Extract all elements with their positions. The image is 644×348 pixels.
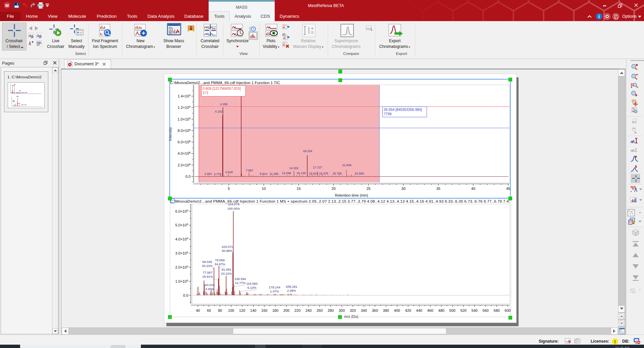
svg-text:103.071: 103.071	[221, 245, 233, 249]
svg-text:6.0×109: 6.0×109	[175, 209, 189, 213]
svg-text:2.0×108: 2.0×108	[178, 163, 191, 167]
svg-text:160: 160	[261, 308, 267, 312]
svg-text:80: 80	[218, 308, 222, 312]
svg-text:2.39%: 2.39%	[287, 289, 296, 292]
svg-text:5.0×109: 5.0×109	[175, 223, 189, 227]
svg-text:171: 171	[203, 91, 209, 95]
svg-text:17.727: 17.727	[313, 166, 322, 169]
svg-text:320: 320	[350, 308, 356, 312]
svg-text:140: 140	[250, 308, 256, 312]
svg-text:11.265: 11.265	[269, 172, 278, 176]
svg-text:!: !	[614, 339, 615, 344]
svg-text:300: 300	[339, 308, 345, 312]
svg-text:30: 30	[401, 187, 406, 191]
svg-text:340: 340	[361, 308, 367, 312]
svg-text:178.144: 178.144	[269, 285, 280, 289]
svg-text:7.887: 7.887	[246, 169, 254, 172]
svg-text:280: 280	[328, 308, 334, 312]
svg-text:100.00%: 100.00%	[227, 207, 240, 210]
svg-text:560: 560	[483, 308, 489, 312]
svg-text:1.2×109: 1.2×109	[178, 105, 191, 110]
svg-text:0.609 [1217566057.815]: 0.609 [1217566057.815]	[203, 86, 241, 90]
svg-text:8.0×108: 8.0×108	[178, 128, 191, 133]
svg-text:16.234: 16.234	[303, 149, 312, 153]
svg-text:Intensity: Intensity	[168, 127, 172, 141]
svg-text:7799: 7799	[384, 112, 392, 116]
svg-text:104.079: 104.079	[228, 202, 239, 206]
svg-text:m/z (Da): m/z (Da)	[344, 315, 358, 319]
svg-text:220: 220	[294, 308, 301, 312]
svg-text:4.918: 4.918	[225, 170, 233, 174]
svg-text:22.560: 22.560	[355, 172, 364, 175]
svg-text:120: 120	[239, 308, 245, 312]
svg-text:C:\MnovaDemo\2...and PMMA_66.c: C:\MnovaDemo\2...and PMMA_66.cdf Injecti…	[170, 199, 516, 203]
svg-text:460: 460	[427, 308, 433, 312]
svg-text:10: 10	[262, 187, 266, 191]
svg-text:115.083: 115.083	[246, 282, 258, 285]
svg-text:C:\MnovaDemo\2...and PMMA_66.c: C:\MnovaDemo\2...and PMMA_66.cdf Injecti…	[170, 81, 280, 85]
svg-text:91.091: 91.091	[221, 268, 231, 271]
svg-text:208.181: 208.181	[286, 285, 297, 288]
svg-text:77.067: 77.067	[203, 271, 212, 274]
svg-text:540: 540	[472, 308, 478, 312]
svg-text:16.911: 16.911	[309, 172, 318, 175]
svg-text:360: 360	[372, 308, 378, 312]
svg-text:63.034: 63.034	[205, 283, 215, 287]
svg-text:9.914: 9.914	[260, 172, 267, 176]
svg-text:78.066: 78.066	[215, 258, 225, 262]
svg-text:100: 100	[228, 308, 234, 312]
svg-text:26.554 [845302266.984]: 26.554 [845302266.984]	[384, 108, 422, 112]
svg-text:45: 45	[506, 187, 510, 191]
svg-text:40: 40	[471, 187, 475, 191]
svg-text:200: 200	[283, 308, 289, 312]
svg-text:4.0×109: 4.0×109	[175, 237, 189, 241]
svg-text:580: 580	[494, 308, 500, 312]
svg-text:14.322: 14.322	[289, 166, 299, 170]
svg-text:M: M	[5, 3, 9, 8]
svg-text:4.156: 4.156	[220, 102, 228, 106]
svg-text:35: 35	[436, 187, 440, 191]
svg-text:50.88%: 50.88%	[222, 249, 233, 253]
svg-text:4.60%: 4.60%	[205, 287, 214, 291]
svg-text:20.795: 20.795	[332, 172, 342, 175]
svg-text:12.77%: 12.77%	[235, 281, 246, 285]
svg-text:34.87%: 34.87%	[214, 262, 225, 266]
svg-text:15: 15	[297, 187, 301, 191]
svg-text:25: 25	[366, 187, 370, 191]
svg-text:500: 500	[449, 308, 455, 312]
svg-text:260: 260	[317, 308, 323, 312]
svg-text:1.4×109: 1.4×109	[178, 94, 191, 98]
svg-text:480: 480	[438, 308, 444, 312]
svg-text:32: 32	[633, 291, 636, 293]
svg-text:440: 440	[416, 308, 422, 312]
svg-text:600: 600	[505, 308, 511, 312]
svg-text:380: 380	[383, 308, 389, 312]
svg-text:240: 240	[306, 308, 312, 312]
svg-text:4.102: 4.102	[215, 110, 223, 113]
svg-text:13.299: 13.299	[282, 171, 291, 175]
svg-text:23.12%: 23.12%	[221, 272, 232, 275]
svg-text:3.779: 3.779	[214, 172, 221, 176]
svg-text:105.094: 105.094	[234, 277, 246, 281]
svg-text:69.045: 69.045	[202, 260, 212, 264]
svg-text:4.0×108: 4.0×108	[178, 151, 191, 155]
svg-text:18.376: 18.376	[319, 172, 328, 175]
svg-text:0.0: 0.0	[185, 175, 191, 179]
svg-text:6.13%: 6.13%	[248, 286, 257, 289]
svg-text:15.145: 15.145	[297, 171, 306, 175]
svg-text:5: 5	[228, 187, 230, 191]
svg-text:400: 400	[394, 308, 400, 312]
svg-text:3.0×109: 3.0×109	[175, 251, 189, 255]
svg-text:6.0×108: 6.0×108	[178, 140, 191, 144]
svg-text:33.23%: 33.23%	[202, 264, 213, 268]
svg-text:21.846: 21.846	[342, 163, 352, 167]
svg-text:0.0: 0.0	[183, 293, 188, 297]
svg-text:40: 40	[196, 308, 200, 312]
svg-text:i: i	[598, 14, 600, 19]
svg-text:2.0×109: 2.0×109	[175, 265, 189, 269]
svg-text:2.061: 2.061	[204, 172, 212, 176]
svg-text:520: 520	[461, 308, 467, 312]
svg-text:420: 420	[405, 308, 411, 312]
svg-text:Retention time (min): Retention time (min)	[335, 193, 368, 197]
svg-text:19.91%: 19.91%	[202, 275, 213, 278]
